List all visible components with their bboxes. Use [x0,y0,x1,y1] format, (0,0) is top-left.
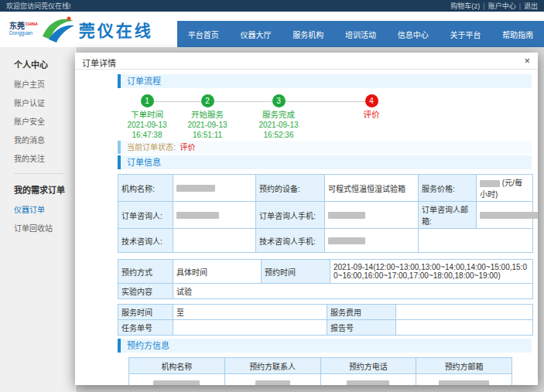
nav-item-instrument-hall[interactable]: 仪器大厅 [230,21,282,47]
redacted-tech-contact-phone [328,237,365,244]
redacted-order-contact [176,212,219,219]
tech-contact-value [173,229,256,253]
sidebar-item-my-messages[interactable]: 我的消息 [14,134,77,145]
tech-contact-label: 技术咨询人: [118,229,173,253]
step-number-badge: 1 [141,94,154,107]
separator: | [519,2,521,10]
main-nav: 平台首页 仪器大厅 服务机构 培训活动 信息中心 关于平台 帮助指南 [177,21,544,47]
reservation-phone-value [320,374,416,386]
modal-header: 订单详情 × [75,53,538,70]
table-row: 服务时间 至 服务费用 [118,305,533,320]
report-no-label: 报告号 [327,320,396,336]
status-value: 评价 [180,143,196,152]
nav-item-about-platform[interactable]: 关于平台 [440,21,492,47]
sidebar-item-instrument-orders[interactable]: 仪器订单 [14,203,77,215]
sidebar-item-account-verification[interactable]: 账户认证 [14,97,77,108]
task-no-label: 任务单号 [118,320,173,336]
nav-item-service-organizations[interactable]: 服务机构 [282,21,334,47]
booking-method-value: 具体时间 [173,260,262,284]
order-contact-label: 订单咨询人: [118,202,173,229]
service-fee-value [396,305,533,320]
service-time-label: 服务时间 [118,305,173,320]
booking-info-table: 预约方式 具体时间 预约时间 2021-09-14(12:00~13:00,13… [118,259,533,299]
reservation-org-value [129,374,225,386]
site-name: 莞仪在线 [79,18,153,41]
step-evaluate: 4 评价 [329,94,414,120]
sidebar-item-order-recycle-bin[interactable]: 订单回收站 [14,222,77,233]
service-time-value: 至 [173,305,327,320]
nav-item-training-activities[interactable]: 培训活动 [334,21,387,47]
account-center-link[interactable]: 账户中心 [488,1,516,11]
section-reservation-info: 预约方信息 [118,339,532,353]
tech-contact-phone-label: 技术咨询人手机: [256,229,325,253]
experiment-label: 实验内容 [118,284,173,299]
reservation-table: 机构名称 预约方联系人 预约方电话 预约方邮箱 [128,357,512,385]
device-value: 可程式恒温恒湿试验箱 [325,175,419,202]
modal-body: 订单流程 1 下单时间 2021-09-13 16:47:38 2 开始服务 2… [75,70,538,385]
nav-item-help-guide[interactable]: 帮助指南 [491,21,544,47]
reservation-email-header: 预约方邮箱 [416,358,512,374]
order-contact-phone-value [325,202,419,229]
step-label: 服务完成 [236,110,321,120]
redacted-org-name [176,185,215,192]
order-contact-email-value [477,202,533,229]
table-row [129,374,512,386]
step-service-complete: 3 服务完成 2021-09-13 16:52:36 [236,94,321,140]
sidebar: 个人中心 账户主页 账户认证 账户安全 我的消息 我的关注 我的需求订单 仪器订… [0,47,77,392]
step-number-badge: 4 [365,94,378,107]
nav-item-platform-home[interactable]: 平台首页 [177,21,230,47]
table-row: 任务单号 报告号 [118,320,533,336]
task-no-value [173,320,327,336]
order-contact-email-label: 订单咨询人邮箱: [419,202,477,229]
service-fee-label: 服务费用 [327,305,396,320]
org-name-label: 机构名称: [118,175,173,202]
nav-item-information-center[interactable]: 信息中心 [387,21,440,47]
experiment-value: 试验 [173,284,533,299]
booking-time-label: 预约时间 [262,260,330,284]
sidebar-divider [14,173,63,174]
order-process-steps: 1 下单时间 2021-09-13 16:47:38 2 开始服务 2021-0… [118,93,532,141]
brand-cn: 东莞CHINA [9,22,38,30]
redacted-reservation-org [153,380,200,385]
table-header-row: 机构名称 预约方联系人 预约方电话 预约方邮箱 [129,358,512,374]
order-info-table: 机构名称: 预约的设备: 可程式恒温恒湿试验箱 服务价格: (元/每小时) 订单… [118,174,533,253]
close-icon[interactable]: × [524,55,530,66]
sidebar-item-my-follows[interactable]: 我的关注 [14,152,77,164]
logout-link[interactable]: 退出 [524,1,538,11]
reservation-contact-value [224,374,320,386]
brand-cn-text: 东莞 [9,22,25,30]
section-order-process: 订单流程 [118,74,532,88]
step-number-badge: 3 [272,94,286,107]
step-date: 2021-09-13 [236,120,321,130]
modal-title: 订单详情 [82,56,116,69]
table-row: 预约方式 具体时间 预约时间 2021-09-14(12:00~13:00,13… [118,260,533,284]
reservation-org-header: 机构名称 [129,358,225,374]
empty-cell [419,229,533,253]
brand-china-text: CHINA [26,22,38,26]
sidebar-item-account-home[interactable]: 账户主页 [14,78,77,90]
reservation-contact-header: 预约方联系人 [224,358,320,374]
order-status-bar: 当前订单状态: 评价 [118,141,532,154]
separator: | [483,2,484,10]
cart-link[interactable]: 购物车(2) [450,1,480,11]
sidebar-section-demand-orders: 我的需求订单 [14,183,77,196]
welcome-text: 欢迎您访问莞仪在线! [6,1,71,11]
device-label: 预约的设备: [256,175,325,202]
booking-method-label: 预约方式 [118,260,173,284]
redacted-reservation-email [439,380,489,385]
sidebar-item-account-security[interactable]: 账户安全 [14,115,77,127]
redacted-order-contact-email [480,212,538,219]
step-number-badge: 2 [201,94,214,107]
report-no-value [396,320,533,336]
brand-block: 东莞CHINA Dongguan [9,22,38,36]
table-row: 实验内容 试验 [118,284,533,299]
order-contact-value [173,202,256,229]
service-info-table: 服务时间 至 服务费用 任务单号 报告号 [118,304,533,336]
table-row: 技术咨询人: 技术咨询人手机: [118,229,533,253]
status-label: 当前订单状态: [127,143,176,152]
order-details-modal: 订单详情 × 订单流程 1 下单时间 2021-09-13 16:47:38 2… [75,53,538,385]
reservation-phone-header: 预约方电话 [320,358,416,374]
sidebar-section-personal-center: 个人中心 [14,58,77,70]
site-header: 东莞CHINA Dongguan 莞仪在线 平台首页 仪器大厅 服务机构 培训活… [0,12,544,47]
site-logo[interactable]: 东莞CHINA Dongguan 莞仪在线 [9,15,153,44]
